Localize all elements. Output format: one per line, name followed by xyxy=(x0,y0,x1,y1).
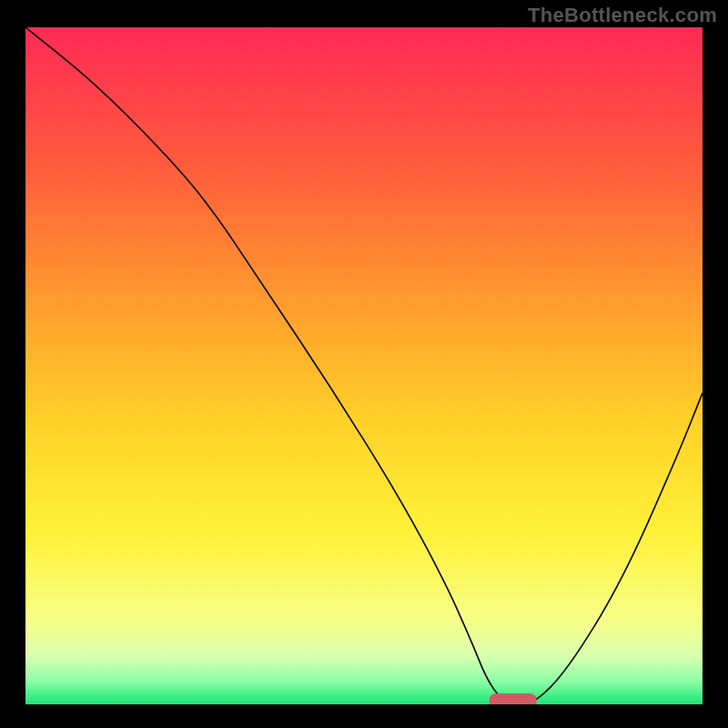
watermark-text: TheBottleneck.com xyxy=(528,4,717,27)
chart-frame: TheBottleneck.com xyxy=(0,0,728,728)
optimal-marker xyxy=(490,693,537,704)
gradient-background xyxy=(25,27,703,704)
bottleneck-chart xyxy=(25,27,703,704)
